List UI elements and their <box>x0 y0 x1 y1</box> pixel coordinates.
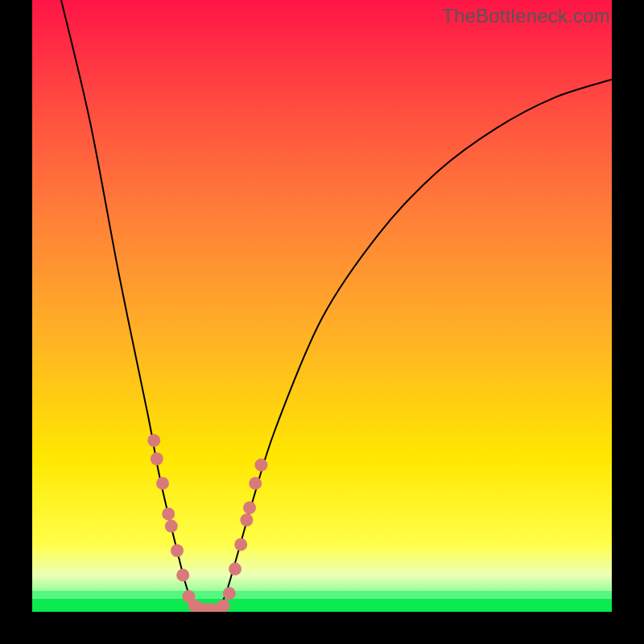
highlight-dot <box>171 544 184 557</box>
highlight-dot <box>176 568 189 581</box>
highlight-dot <box>147 434 160 447</box>
bottleneck-curve <box>61 0 612 612</box>
highlight-dot <box>162 507 175 520</box>
highlight-dot <box>156 477 169 489</box>
highlight-dot <box>217 599 230 612</box>
highlight-dot <box>240 514 253 526</box>
chart-canvas: TheBottleneck.com <box>0 0 644 644</box>
highlight-dot <box>223 587 236 600</box>
highlight-dot <box>249 477 262 489</box>
plot-area <box>32 0 612 612</box>
watermark-text: TheBottleneck.com <box>442 5 610 27</box>
highlight-dot <box>234 538 247 551</box>
highlight-dot <box>229 563 242 576</box>
curve-layer <box>32 0 612 612</box>
highlight-dot <box>165 520 178 533</box>
highlight-dot <box>243 502 256 514</box>
highlight-dots <box>147 434 267 612</box>
highlight-dot <box>151 452 163 465</box>
highlight-dot <box>254 459 267 472</box>
